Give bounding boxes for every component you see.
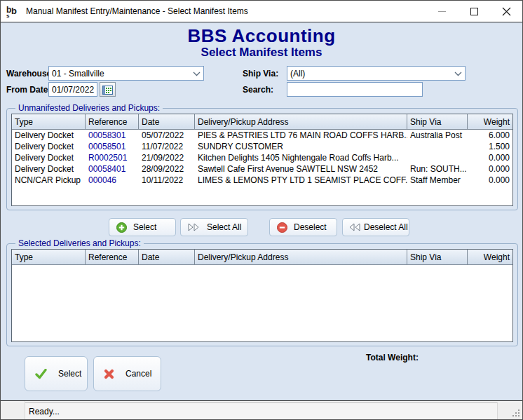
remove-minus-icon — [277, 222, 287, 233]
column-header-ship-via[interactable]: Ship Via — [407, 114, 468, 129]
minimize-icon — [438, 11, 446, 12]
close-icon — [502, 7, 511, 16]
selected-group-label: Selected Deliveries and Pickups: — [15, 238, 144, 248]
selected-grid-header: Type Reference Date Delivery/Pickup Addr… — [12, 250, 512, 265]
cell-date: 21/09/2022 — [139, 152, 195, 163]
column-header-weight[interactable]: Weight — [468, 114, 512, 129]
ship-via-value: (All) — [290, 69, 305, 79]
table-row[interactable]: Delivery Docket 00058501 11/07/2022 SUND… — [12, 141, 512, 152]
cell-ship-via — [407, 152, 468, 163]
column-header-type[interactable]: Type — [12, 114, 86, 129]
cancel-button[interactable]: Cancel — [93, 356, 161, 391]
status-pane-right — [498, 401, 522, 419]
deselect-button-label: Deselect — [294, 222, 327, 232]
cell-address: LIMES & LEMONS PTY LTD 1 SEAMIST PLACE C… — [195, 175, 407, 186]
column-header-reference[interactable]: Reference — [86, 250, 139, 264]
cell-type: Delivery Docket — [12, 163, 86, 175]
cell-ship-via: Run: SOUTH... — [407, 163, 468, 175]
column-header-date[interactable]: Date — [139, 250, 195, 264]
column-header-type[interactable]: Type — [12, 250, 86, 264]
unmanifested-grid-body: Delivery Docket 00058301 05/07/2022 PIES… — [12, 130, 512, 205]
cell-address: Kitchen Delights 1405 Nightengale Road C… — [195, 152, 407, 163]
calendar-picker-button[interactable] — [100, 82, 116, 97]
cell-type: NCN/CAR Pickup — [12, 175, 86, 186]
search-input[interactable] — [287, 82, 423, 97]
confirm-select-button[interactable]: Select — [25, 356, 88, 391]
title-bar: b b s Manual Manifest Entry/Maintenance … — [1, 1, 522, 22]
cell-address: PIES & PASTRIES LTD 76 MAIN ROAD COFFS H… — [195, 130, 407, 141]
cell-ship-via: Staff Member — [407, 175, 468, 186]
maximize-button[interactable] — [458, 1, 490, 22]
cell-date: 28/09/2022 — [139, 163, 195, 175]
dialog-content: BBS Accounting Select Manifest Items War… — [1, 22, 522, 401]
cell-date: 11/07/2022 — [139, 141, 195, 152]
select-all-button[interactable]: Select All — [180, 218, 248, 236]
double-arrow-left-icon — [348, 223, 360, 231]
column-header-ship-via[interactable]: Ship Via — [407, 250, 468, 264]
cell-address: Sawtell Cafe First Avenue SAWTELL NSW 24… — [195, 163, 407, 175]
green-check-icon — [35, 369, 47, 379]
deselect-button[interactable]: Deselect — [269, 218, 337, 236]
svg-text:b: b — [11, 6, 17, 16]
deselect-all-button[interactable]: Deselect All — [342, 218, 409, 236]
cell-ship-via: Australia Post — [407, 130, 468, 141]
close-button[interactable] — [490, 1, 522, 22]
unmanifested-grid: Type Reference Date Delivery/Pickup Addr… — [11, 114, 513, 206]
warehouse-select[interactable]: 01 - Smallville — [48, 66, 204, 81]
maximize-icon — [470, 8, 478, 15]
cell-weight: 0.000 — [468, 152, 512, 163]
cancel-label: Cancel — [125, 369, 151, 379]
status-pane-left — [1, 401, 25, 419]
unmanifested-groupbox: Unmanifested Deliveries and Pickups: Typ… — [6, 108, 518, 210]
cell-date: 10/11/2022 — [139, 175, 195, 186]
cell-reference: R0002501 — [86, 152, 139, 163]
table-row[interactable]: Delivery Docket R0002501 21/09/2022 Kitc… — [12, 152, 512, 163]
double-arrow-right-icon — [188, 223, 201, 231]
ship-via-label: Ship Via: — [243, 69, 278, 79]
table-row[interactable]: Delivery Docket 00058401 28/09/2022 Sawt… — [12, 163, 512, 175]
column-header-weight[interactable]: Weight — [468, 250, 512, 264]
select-all-button-label: Select All — [207, 222, 241, 232]
cell-type: Delivery Docket — [12, 130, 86, 141]
chevron-down-icon — [454, 69, 462, 79]
red-x-icon — [104, 369, 114, 379]
ship-via-select[interactable]: (All) — [287, 66, 466, 81]
total-weight-label: Total Weight: — [366, 353, 419, 363]
bbs-app-icon: b b s — [5, 4, 20, 18]
dialog-window: b b s Manual Manifest Entry/Maintenance … — [0, 0, 523, 420]
select-button[interactable]: Select — [109, 218, 176, 236]
column-header-address[interactable]: Delivery/Pickup Address — [195, 114, 407, 129]
page-subtitle: Select Manifest Items — [1, 46, 522, 60]
page-title: BBS Accounting — [1, 25, 522, 47]
select-button-label: Select — [133, 222, 156, 232]
cell-type: Delivery Docket — [12, 152, 86, 163]
unmanifested-grid-header: Type Reference Date Delivery/Pickup Addr… — [12, 114, 512, 130]
column-header-reference[interactable]: Reference — [86, 114, 139, 129]
resize-grip-icon[interactable] — [512, 409, 520, 417]
minimize-button[interactable] — [426, 1, 458, 22]
cell-address: SUNDRY CUSTOMER — [195, 141, 407, 152]
cell-weight: 6.000 — [468, 130, 512, 141]
cell-ship-via — [407, 141, 468, 152]
table-row[interactable]: NCN/CAR Pickup 000046 10/11/2022 LIMES &… — [12, 175, 512, 186]
cell-reference: 00058501 — [86, 141, 139, 152]
status-pane-main: Ready... — [25, 402, 498, 419]
selected-groupbox: Selected Deliveries and Pickups: Type Re… — [6, 243, 518, 346]
window-title: Manual Manifest Entry/Maintenance - Sele… — [26, 6, 248, 16]
column-header-address[interactable]: Delivery/Pickup Address — [195, 250, 407, 264]
confirm-select-label: Select — [58, 369, 81, 379]
selected-grid-body — [12, 265, 512, 341]
warehouse-label: Warehouse: — [6, 69, 54, 79]
warehouse-value: 01 - Smallville — [52, 69, 104, 79]
cell-weight: 0.000 — [468, 175, 512, 186]
cell-reference: 00058301 — [86, 130, 139, 141]
search-label: Search: — [243, 85, 273, 95]
add-plus-icon — [116, 222, 127, 233]
deselect-all-button-label: Deselect All — [364, 222, 408, 232]
table-row[interactable]: Delivery Docket 00058301 05/07/2022 PIES… — [12, 130, 512, 141]
column-header-date[interactable]: Date — [139, 114, 195, 129]
unmanifested-group-label: Unmanifested Deliveries and Pickups: — [15, 103, 163, 113]
cell-weight: 1.500 — [468, 141, 512, 152]
from-date-label: From Date: — [6, 85, 50, 95]
from-date-input[interactable] — [48, 82, 97, 97]
